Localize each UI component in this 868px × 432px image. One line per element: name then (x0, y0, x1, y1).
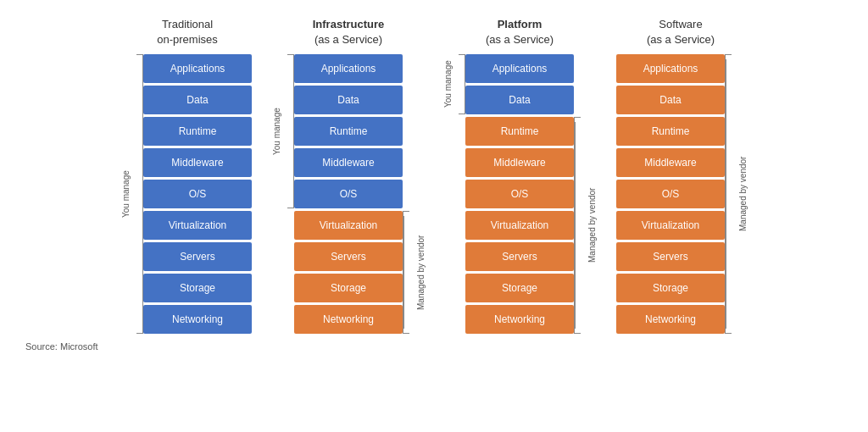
stack-item-3-3: Middleware (616, 148, 725, 177)
stack-item-0-5: Virtualization (143, 211, 252, 240)
stack-item-2-2: Runtime (465, 117, 574, 146)
stack-item-0-7: Storage (143, 274, 252, 302)
stack-item-1-6: Servers (294, 242, 403, 271)
stack-item-0-6: Servers (143, 242, 252, 271)
col-title-0: Traditionalon-premises (157, 15, 218, 47)
stack-item-2-6: Servers (465, 242, 574, 271)
stack-item-2-3: Middleware (465, 148, 574, 177)
stack-item-1-2: Runtime (294, 117, 403, 146)
stack-3: ApplicationsDataRuntimeMiddlewareO/SVirt… (616, 54, 725, 336)
stack-2: ApplicationsDataRuntimeMiddlewareO/SVirt… (465, 54, 574, 336)
column-3: Software(as a Service)ApplicationsDataRu… (609, 15, 752, 336)
col-title-3: Software(as a Service) (647, 15, 715, 47)
stack-item-1-1: Data (294, 86, 403, 114)
stack-item-1-4: O/S (294, 180, 403, 208)
col-title-1: Infrastructure(as a Service) (313, 15, 385, 47)
stack-item-1-8: Networking (294, 305, 403, 334)
stack-item-3-4: O/S (616, 180, 725, 208)
stack-item-0-2: Runtime (143, 117, 252, 146)
stack-item-0-3: Middleware (143, 148, 252, 177)
stack-item-2-7: Storage (465, 274, 574, 302)
stack-item-3-7: Storage (616, 274, 725, 302)
stack-item-3-5: Virtualization (616, 211, 725, 240)
column-1: Infrastructure(as a Service)You manageAp… (267, 15, 430, 336)
stack-0: ApplicationsDataRuntimeMiddlewareO/SVirt… (143, 54, 252, 336)
stack-item-1-3: Middleware (294, 148, 403, 177)
stack-item-2-5: Virtualization (465, 211, 574, 240)
stack-item-2-8: Networking (465, 305, 574, 334)
stack-item-2-0: Applications (465, 54, 574, 83)
stack-item-3-6: Servers (616, 242, 725, 271)
stack-item-2-4: O/S (465, 180, 574, 208)
column-0: Traditionalon-premisesYou manageApplicat… (116, 15, 259, 336)
stack-item-3-1: Data (616, 86, 725, 114)
stack-item-0-1: Data (143, 86, 252, 114)
stack-item-1-7: Storage (294, 274, 403, 302)
stack-item-0-0: Applications (143, 54, 252, 83)
stack-item-0-8: Networking (143, 305, 252, 334)
stack-item-3-8: Networking (616, 305, 725, 334)
source-text: Source: Microsoft (25, 341, 98, 352)
stack-item-3-2: Runtime (616, 117, 725, 146)
stack-item-0-4: O/S (143, 180, 252, 208)
stack-item-1-0: Applications (294, 54, 403, 83)
main-container: Traditionalon-premisesYou manageApplicat… (0, 0, 868, 432)
stack-1: ApplicationsDataRuntimeMiddlewareO/SVirt… (294, 54, 403, 336)
columns-area: Traditionalon-premisesYou manageApplicat… (25, 15, 843, 336)
column-2: Platform(as a Service)You manageApplicat… (438, 15, 601, 336)
col-title-2: Platform(as a Service) (486, 15, 554, 47)
stack-item-1-5: Virtualization (294, 211, 403, 240)
stack-item-2-1: Data (465, 86, 574, 114)
stack-item-3-0: Applications (616, 54, 725, 83)
